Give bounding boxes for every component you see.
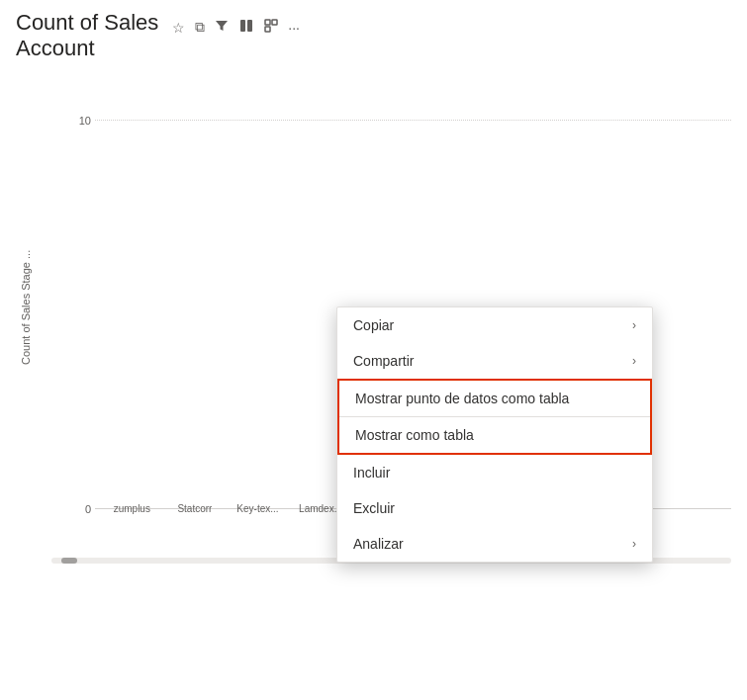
svg-rect-3: [272, 20, 277, 25]
svg-rect-0: [240, 20, 245, 32]
bar-label-zumplus: zumplus: [114, 503, 150, 514]
star-icon[interactable]: ☆: [170, 18, 187, 38]
bar-wrapper-statcorr: Statcorr: [166, 499, 225, 514]
chevron-icon-copiar: ›: [632, 318, 636, 332]
chevron-icon-compartir: ›: [632, 354, 636, 368]
svg-rect-1: [247, 20, 252, 32]
menu-item-compartir[interactable]: Compartir ›: [337, 343, 652, 379]
bar-label-keytex: Key-tex...: [236, 503, 278, 514]
chart-subtitle: Account: [16, 36, 158, 61]
svg-rect-2: [265, 20, 270, 25]
menu-item-excluir-label: Excluir: [353, 500, 395, 516]
grid-label-10: 10: [69, 115, 91, 127]
grid-label-0: 0: [69, 503, 91, 515]
paint-icon[interactable]: [236, 16, 256, 39]
focus-icon[interactable]: [262, 17, 280, 38]
bar-wrapper-10: [669, 510, 727, 514]
chart-title: Count of Sales: [16, 10, 158, 36]
bar-label-statcorr: Statcorr: [177, 503, 212, 514]
chart-container: Count of Sales Account ☆ ⧉ ···: [0, 0, 747, 700]
header-row: Count of Sales Account ☆ ⧉ ···: [16, 10, 731, 62]
bar-wrapper-zumplus: zumplus: [103, 499, 161, 514]
scrollbar-thumb[interactable]: [61, 558, 77, 564]
more-icon[interactable]: ···: [286, 18, 302, 38]
menu-item-copiar-label: Copiar: [353, 317, 394, 333]
menu-item-mostrar-tabla[interactable]: Mostrar como tabla: [339, 417, 650, 453]
highlighted-group: Mostrar punto de datos como tabla Mostra…: [337, 379, 652, 455]
svg-rect-4: [265, 27, 270, 32]
filter-icon[interactable]: [213, 17, 231, 38]
header-icons: ☆ ⧉ ···: [170, 16, 302, 39]
menu-item-compartir-label: Compartir: [353, 353, 414, 369]
menu-item-mostrar-tabla-label: Mostrar como tabla: [355, 427, 474, 443]
menu-item-copiar[interactable]: Copiar ›: [337, 307, 652, 343]
y-axis-label: Count of Sales Stage ...: [16, 70, 36, 545]
menu-item-excluir[interactable]: Excluir: [337, 490, 652, 526]
copy-icon[interactable]: ⧉: [193, 17, 207, 38]
menu-item-incluir[interactable]: Incluir: [337, 455, 652, 490]
context-menu: Copiar › Compartir › Mostrar punto de da…: [336, 306, 653, 563]
chevron-icon-analizar: ›: [632, 537, 636, 551]
menu-item-incluir-label: Incluir: [353, 465, 390, 481]
bar-wrapper-keytex: Key-tex...: [229, 499, 287, 514]
title-block: Count of Sales Account: [16, 10, 158, 62]
menu-item-mostrar-punto[interactable]: Mostrar punto de datos como tabla: [339, 381, 650, 417]
menu-item-analizar-label: Analizar: [353, 536, 404, 552]
menu-item-analizar[interactable]: Analizar ›: [337, 526, 652, 562]
menu-item-mostrar-punto-label: Mostrar punto de datos como tabla: [355, 391, 569, 406]
